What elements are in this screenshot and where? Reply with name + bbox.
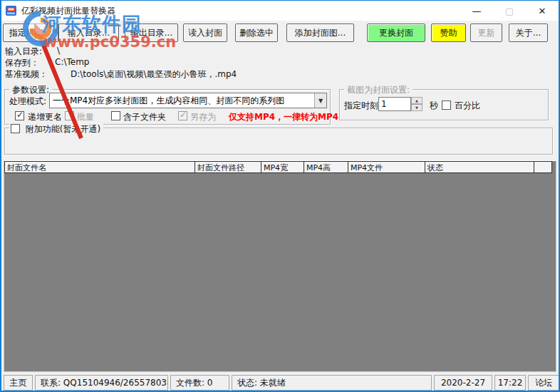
time-spinner[interactable]	[411, 97, 422, 111]
column-cover-filename[interactable]: 封面文件名	[4, 161, 195, 173]
base-video-row: 基准视频： D:\tools\桌面\视频\最坚强的小鲁班，.mp4	[1, 68, 559, 80]
date-panel: 2020-2-27	[434, 375, 492, 391]
contact-panel: 联系: QQ15104946/2655780380。	[35, 375, 168, 391]
chevron-down-icon[interactable]	[314, 93, 326, 108]
extra-feature-label: 附加功能(暂未开通)	[26, 124, 100, 134]
mp4-warning-text: 仅支持MP4，一律转为MP4	[229, 111, 338, 123]
toolbar: 指定MP4... 输入目录... 输出目录... 读入封面 删除选中 添加封面图…	[1, 22, 559, 43]
window-controls: — ▢ ✕	[460, 1, 559, 21]
listview-header: 封面文件名 封面文件路径 MP4宽 MP4高 MP4文件 状态	[4, 161, 556, 173]
time-input[interactable]	[378, 97, 411, 111]
load-cover-button[interactable]: 读入封面	[183, 24, 227, 42]
rename-increment-label: 递增更名	[28, 111, 62, 123]
add-cover-image-button[interactable]: 添加封面图...	[286, 24, 354, 42]
save-as-label: 另存为	[190, 111, 216, 123]
save-as-checkbox[interactable]	[178, 111, 187, 120]
percent-checkbox[interactable]	[442, 100, 451, 110]
save-to-label: 保存到：	[5, 57, 39, 69]
minimize-button[interactable]: —	[460, 1, 493, 21]
mode-combobox[interactable]: 一个MP4对应多张封面图，生成内容相同、封面不同的系列图	[49, 93, 327, 108]
listview-body	[4, 173, 556, 373]
column-status[interactable]: 状态	[425, 161, 534, 173]
replace-cover-button[interactable]: 更换封面	[367, 24, 425, 42]
input-dir-label: 输入目录:	[5, 46, 42, 58]
snapshot-legend: 截图为封面设置:	[344, 84, 413, 96]
input-dir-value: \	[57, 46, 60, 56]
specify-mp4-button[interactable]: 指定MP4...	[3, 24, 58, 42]
seconds-label: 秒	[430, 100, 438, 112]
include-subfolder-label: 含子文件夹	[123, 111, 166, 123]
extra-legend: 附加功能(暂未开通)	[9, 123, 103, 135]
input-dir-row: 输入目录: \	[1, 46, 559, 57]
percent-label: 百分比	[455, 100, 480, 112]
save-to-row: 保存到： C:\Temp	[1, 57, 559, 68]
column-filler	[534, 161, 552, 173]
extra-feature-checkbox[interactable]	[11, 124, 20, 133]
about-button[interactable]: 关于...	[509, 24, 548, 42]
sponsor-button[interactable]: 赞助	[431, 24, 466, 42]
column-mp4-height[interactable]: MP4高	[304, 161, 348, 173]
home-link[interactable]: 主页	[4, 375, 33, 391]
rename-increment-checkbox[interactable]	[15, 111, 24, 120]
params-legend: 参数设置:	[9, 84, 52, 96]
app-icon	[6, 5, 17, 16]
snapshot-groupbox: 截图为封面设置: 指定时刻: 秒 百分比	[339, 89, 549, 120]
output-dir-button[interactable]: 输出目录...	[125, 24, 178, 42]
base-video-label: 基准视频：	[5, 68, 48, 81]
update-button[interactable]: 更新	[470, 24, 502, 42]
spinner-down-icon[interactable]	[411, 104, 422, 111]
extra-groupbox: 附加功能(暂未开通)	[4, 128, 553, 155]
base-video-value: D:\tools\桌面\视频\最坚强的小鲁班，.mp4	[71, 68, 237, 81]
save-to-value: C:\Temp	[55, 57, 89, 67]
status-bar: 主页 联系: QQ15104946/2655780380。 文件数: 0 状态:…	[1, 375, 559, 391]
batch-checkbox[interactable]	[65, 111, 74, 120]
column-mp4-width[interactable]: MP4宽	[261, 161, 304, 173]
app-window: 亿彩视频封面批量替换器 — ▢ ✕ 指定MP4... 输入目录... 输出目录.…	[0, 0, 560, 392]
file-count-panel: 文件数: 0	[170, 375, 229, 391]
file-listview: 封面文件名 封面文件路径 MP4宽 MP4高 MP4文件 状态	[4, 160, 556, 372]
status-panel: 状态: 未就绪	[232, 375, 432, 391]
close-button[interactable]: ✕	[526, 1, 559, 21]
time-label: 指定时刻:	[344, 100, 381, 112]
params-groupbox: 参数设置: 处理模式: 一个MP4对应多张封面图，生成内容相同、封面不同的系列图…	[4, 89, 331, 125]
forum-link[interactable]: 论坛	[528, 375, 559, 391]
spinner-up-icon[interactable]	[411, 97, 422, 104]
mode-label: 处理模式:	[9, 96, 46, 108]
mode-combobox-value: 一个MP4对应多张封面图，生成内容相同、封面不同的系列图	[50, 93, 314, 108]
include-subfolder-checkbox[interactable]	[111, 111, 120, 120]
maximize-button[interactable]: ▢	[493, 1, 526, 21]
delete-selected-button[interactable]: 删除选中	[235, 24, 278, 42]
column-mp4-file[interactable]: MP4文件	[348, 161, 425, 173]
time-panel: 17:22	[494, 375, 526, 391]
batch-label: 批量	[77, 111, 94, 123]
window-title: 亿彩视频封面批量替换器	[21, 5, 115, 17]
title-bar: 亿彩视频封面批量替换器 — ▢ ✕	[1, 1, 559, 21]
input-dir-button[interactable]: 输入目录...	[58, 24, 119, 42]
column-cover-path[interactable]: 封面文件路径	[195, 161, 261, 173]
